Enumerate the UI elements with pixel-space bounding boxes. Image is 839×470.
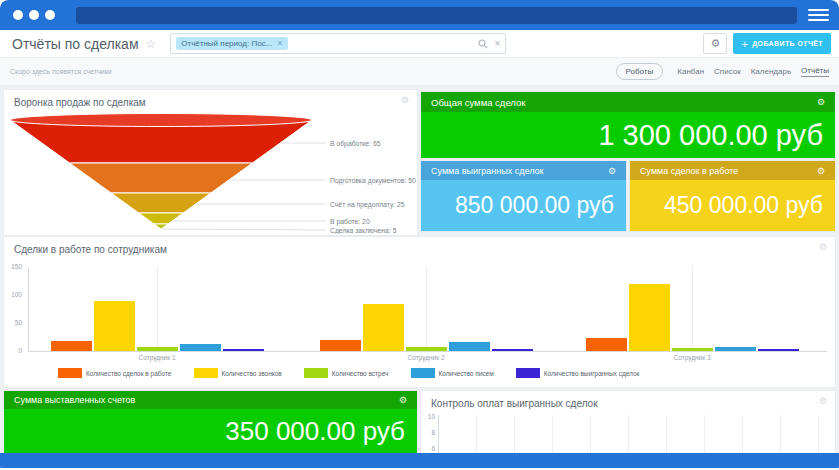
legend-swatch-icon <box>304 368 328 378</box>
bar-chart-ytick: 150 <box>6 263 22 270</box>
won-deals-title: Сумма выигранных сделок <box>431 166 544 176</box>
tab-list[interactable]: Список <box>714 67 741 76</box>
legend-swatch-icon <box>411 368 435 378</box>
tab-reports[interactable]: Отчёты <box>801 66 829 77</box>
legend-item: Количество писем <box>411 368 494 378</box>
chart-bar[interactable] <box>406 347 447 351</box>
chart-bar[interactable] <box>492 349 533 351</box>
browser-window: Отчёты по сделкам ☆ Отчётный период: Пос… <box>0 0 839 470</box>
chart-bar[interactable] <box>51 341 92 351</box>
gear-icon[interactable]: ⚙ <box>399 395 407 405</box>
gear-icon[interactable]: ⚙ <box>608 166 616 176</box>
settings-button[interactable]: ⚙ <box>703 33 727 54</box>
star-icon[interactable]: ☆ <box>146 37 157 51</box>
chart-bar[interactable] <box>586 338 627 351</box>
gridline <box>426 267 427 351</box>
total-deals-value: 1 300 000.00 руб <box>598 119 823 152</box>
hamburger-menu-icon[interactable] <box>808 9 829 24</box>
funnel-stage[interactable] <box>70 163 253 193</box>
window-dot[interactable] <box>45 10 55 20</box>
gear-icon[interactable]: ⚙ <box>817 97 825 107</box>
bar-chart-category-label: Сотрудник 1 <box>139 354 176 361</box>
funnel-stage[interactable] <box>111 193 211 213</box>
legend-label: Количество звонков <box>222 370 282 377</box>
filter-search-box[interactable]: Отчётный период: Пос... × × <box>170 33 506 54</box>
gear-icon[interactable]: ⚙ <box>817 166 825 176</box>
deals-by-employee-card: Сделки в работе по сотрудникам ⚙ Сотрудн… <box>4 237 835 387</box>
bar-chart-title: Сделки в работе по сотрудникам <box>14 244 167 255</box>
chart-bar[interactable] <box>320 340 361 351</box>
deals-in-progress-widget: Сумма сделок в работе ⚙ 450 000.00 руб <box>630 161 835 231</box>
gridline <box>692 267 693 351</box>
gear-icon[interactable]: ⚙ <box>819 396 827 406</box>
legend-item: Количество встреч <box>304 368 389 378</box>
funnel-card-title: Воронка продаж по сделкам <box>14 97 146 108</box>
funnel-stage-label: В обработке: 65 <box>330 140 381 148</box>
clear-filter-icon[interactable]: × <box>494 39 500 49</box>
payments-ytick: 8 <box>421 429 435 436</box>
taskbar <box>0 453 839 468</box>
total-deals-title: Общая сумма сделок <box>431 97 525 108</box>
chart-bar[interactable] <box>715 347 756 351</box>
chart-bar[interactable] <box>223 349 264 351</box>
legend-label: Количество выигранных сделок <box>544 370 640 377</box>
counters-note: Скоро здесь появятся счетчики <box>10 68 112 75</box>
legend-swatch-icon <box>58 368 82 378</box>
add-report-label: ДОБАВИТЬ ОТЧЁТ <box>752 40 823 47</box>
page-header: Отчёты по сделкам ☆ Отчётный период: Пос… <box>0 30 839 58</box>
legend-label: Количество встреч <box>332 370 389 377</box>
bar-chart-category-label: Сотрудник 3 <box>674 354 711 361</box>
dashboard: Воронка продаж по сделкам ⚙ В обработке:… <box>0 86 839 453</box>
chart-bar[interactable] <box>363 304 404 351</box>
legend-swatch-icon <box>516 368 540 378</box>
payments-ytick: 6 <box>421 445 435 452</box>
payments-card-title: Контроль оплат выигранных сделок <box>431 398 598 409</box>
tab-calendar[interactable]: Календарь <box>751 67 791 76</box>
window-controls-icon[interactable] <box>13 10 55 20</box>
tab-kanban[interactable]: Канбан <box>677 67 704 76</box>
funnel-stage-label: В работе: 20 <box>330 218 370 226</box>
won-deals-value: 850 000.00 руб <box>455 192 614 219</box>
chart-bar[interactable] <box>94 301 135 351</box>
payments-control-card: Контроль оплат выигранных сделок ⚙ 1086 <box>421 391 835 453</box>
gear-icon[interactable]: ⚙ <box>819 242 827 252</box>
bar-chart-legend: Количество сделок в работеКоличество зво… <box>58 368 639 378</box>
invoices-sum-title: Сумма выставленных счетов <box>14 395 135 405</box>
bar-chart-ytick: 0 <box>6 347 22 354</box>
chart-bar[interactable] <box>180 344 221 351</box>
bar-chart-ytick: 50 <box>6 319 22 326</box>
chart-bar[interactable] <box>672 348 713 351</box>
chart-bar[interactable] <box>758 349 799 351</box>
filter-tag-label: Отчётный период: Пос... <box>181 39 272 48</box>
filter-tag[interactable]: Отчётный период: Пос... × <box>176 37 287 50</box>
payments-chart-plot <box>438 415 829 453</box>
plus-icon: + <box>741 38 748 50</box>
funnel-stage[interactable] <box>139 213 183 224</box>
legend-swatch-icon <box>194 368 218 378</box>
chart-bar[interactable] <box>449 342 490 351</box>
bar-chart-ytick: 100 <box>6 291 22 298</box>
invoices-sum-value: 350 000.00 руб <box>225 416 405 447</box>
deals-in-progress-title: Сумма сделок в работе <box>640 166 738 176</box>
funnel-stage-label: Сделка заключена: 5 <box>330 227 397 235</box>
legend-label: Количество писем <box>439 370 494 377</box>
funnel-stage[interactable] <box>154 224 168 229</box>
chart-bar[interactable] <box>137 347 178 351</box>
tab-robots[interactable]: Роботы <box>616 63 664 80</box>
invoices-sum-widget: Сумма выставленных счетов ⚙ 350 000.00 р… <box>4 391 417 453</box>
search-icon[interactable] <box>478 39 488 49</box>
gear-icon[interactable]: ⚙ <box>401 95 409 105</box>
legend-label: Количество сделок в работе <box>86 370 172 377</box>
deals-in-progress-value: 450 000.00 руб <box>664 192 823 219</box>
address-bar[interactable] <box>76 7 797 24</box>
chart-bar[interactable] <box>629 284 670 351</box>
add-report-button[interactable]: + ДОБАВИТЬ ОТЧЁТ <box>733 33 831 54</box>
window-dot[interactable] <box>29 10 39 20</box>
window-dot[interactable] <box>13 10 23 20</box>
total-deals-widget: Общая сумма сделок ⚙ 1 300 000.00 руб <box>421 92 835 158</box>
funnel-card: Воронка продаж по сделкам ⚙ В обработке:… <box>4 90 417 235</box>
filter-tag-close-icon[interactable]: × <box>277 39 282 48</box>
window-titlebar <box>0 0 839 30</box>
gridline <box>157 267 158 351</box>
sub-header: Скоро здесь появятся счетчики РоботыКанб… <box>0 58 839 86</box>
